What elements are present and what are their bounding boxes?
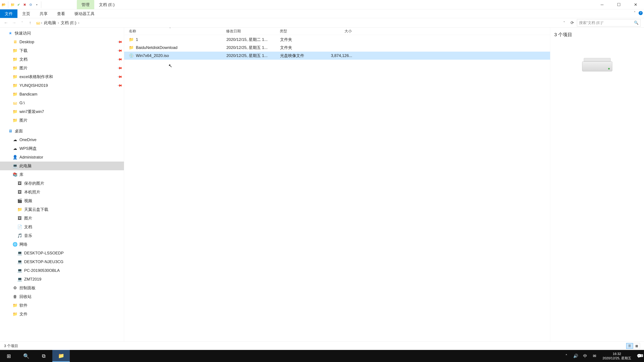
search-icon[interactable]: 🔍 (634, 21, 638, 25)
tree-item[interactable]: 🖴G:\ (0, 98, 124, 107)
volume-icon[interactable]: 🔊 (571, 354, 580, 358)
recent-dropdown-icon[interactable]: ˅ (19, 19, 26, 26)
tree-item[interactable]: 📁Bandicam (0, 90, 124, 98)
tree-item[interactable]: 💻DESKTOP-NJEU3CG (0, 257, 124, 266)
tree-label: win7重装win7 (20, 109, 44, 114)
tree-item[interactable]: 💻PC-20190530OBLA (0, 266, 124, 275)
tree-item[interactable]: 📁下载📌 (0, 46, 124, 55)
up-button[interactable]: ↑ (27, 19, 34, 26)
folder-icon: 📁 (13, 312, 18, 317)
tree-item[interactable]: 👤Administrator (0, 153, 124, 162)
tree-item[interactable]: 💻DESKTOP-LSSOEDP (0, 249, 124, 257)
tree-label: 网络 (20, 242, 28, 247)
file-row[interactable]: 📁BaiduNetdiskDownload2020/12/25, 星期五 1..… (124, 43, 550, 52)
tree-item[interactable]: 📁天翼云盘下载 (0, 205, 124, 214)
file-date: 2020/12/15, 星期二 1... (226, 37, 280, 42)
ribbon-tab-file[interactable]: 文件 (0, 9, 18, 18)
tray-overflow-icon[interactable]: ˄ (562, 354, 571, 358)
file-row[interactable]: 💿Win7x64_2020.iso2020/12/25, 星期五 1...光盘映… (124, 52, 550, 60)
notification-center-button[interactable]: 💬3 (634, 354, 644, 358)
tree-item[interactable]: 📄文档 (0, 223, 124, 231)
tree-label: WPS网盘 (20, 146, 37, 151)
tree-item[interactable]: ☁WPS网盘 (0, 144, 124, 153)
tree-item[interactable]: 📚库 (0, 170, 124, 179)
tree-item[interactable]: 📁excel表格制作求和📌 (0, 72, 124, 81)
pic-icon: 🖼 (18, 181, 22, 186)
ribbon-collapse-icon[interactable]: ˄ (634, 11, 636, 15)
folder-icon: 📁 (129, 37, 134, 42)
chevron-right-icon[interactable]: › (40, 20, 42, 25)
tree-item[interactable]: ⚙控制面板 (0, 284, 124, 292)
tree-item[interactable]: 🎬视频 (0, 196, 124, 205)
tree-item[interactable]: 🌐网络 (0, 240, 124, 249)
tree-item[interactable]: ☁OneDrive (0, 135, 124, 144)
tree-label: DESKTOP-NJEU3CG (24, 259, 64, 264)
search-button[interactable]: 🔍 (18, 350, 35, 362)
properties-icon[interactable]: ⚙ (28, 2, 33, 7)
tree-item[interactable]: 📁图片📌 (0, 64, 124, 72)
ribbon-tab-share[interactable]: 共享 (35, 9, 52, 18)
column-header-name[interactable]: 名称 (129, 29, 226, 34)
check-icon[interactable]: ✔ (16, 2, 21, 7)
icons-view-button[interactable]: ▦ (633, 343, 640, 349)
tree-desktop-root[interactable]: 🖥 桌面 (0, 127, 124, 135)
folder-icon: 📁 (13, 66, 18, 70)
file-size: 3,874,126... (325, 53, 352, 58)
crumb-this-pc[interactable]: 此电脑 (43, 20, 57, 25)
details-view-button[interactable]: ☰ (626, 343, 633, 349)
app-icon: 📂 (1, 2, 6, 7)
tree-item[interactable]: 🖼本机照片 (0, 188, 124, 196)
mail-icon[interactable]: ✉ (590, 354, 599, 358)
tree-item[interactable]: 🎵音乐 (0, 231, 124, 240)
ime-indicator[interactable]: 中 (580, 353, 590, 359)
help-button[interactable]: ? (637, 10, 644, 16)
address-bar: ← → ˅ ↑ 🖴 › 此电脑 › 文档 (E:) › ˅ ⟳ 搜索"文档 (E… (0, 18, 644, 27)
close-x-icon[interactable]: ✖ (22, 2, 27, 7)
close-button[interactable]: ✕ (627, 0, 644, 9)
music-icon: 🎵 (18, 233, 22, 238)
taskbar-explorer[interactable]: 📁 (52, 350, 70, 362)
navigation-tree[interactable]: ★ 快速访问 🖥Desktop📌📁下载📌📁文档📌📁图片📌📁excel表格制作求和… (0, 27, 124, 342)
column-header-type[interactable]: 类型 (280, 29, 325, 34)
monitor-icon: 💻 (18, 251, 22, 255)
tree-item[interactable]: 📁win7重装win7 (0, 107, 124, 116)
taskbar-clock[interactable]: 16:32 2020/12/25, 星期五 (599, 352, 634, 360)
file-date: 2020/12/25, 星期五 1... (226, 53, 280, 58)
address-dropdown-icon[interactable]: ˅ (561, 21, 568, 25)
cp-icon: ⚙ (13, 286, 18, 290)
task-view-button[interactable]: ⧉ (35, 350, 52, 362)
tree-quick-access[interactable]: ★ 快速访问 (0, 29, 124, 37)
file-row[interactable]: 📁12020/12/15, 星期二 1...文件夹 (124, 35, 550, 43)
ribbon-tab-drive-tools[interactable]: 驱动器工具 (70, 9, 99, 18)
refresh-button[interactable]: ⟳ (569, 20, 576, 25)
folder-icon[interactable]: 📁 (10, 2, 15, 7)
crumb-drive-e[interactable]: 文档 (E:) (60, 20, 77, 25)
pin-icon: 📌 (117, 48, 123, 54)
tree-item[interactable]: 📁图片 (0, 116, 124, 125)
back-button[interactable]: ← (3, 19, 10, 26)
tree-item[interactable]: 🖥Desktop📌 (0, 37, 124, 46)
tree-item[interactable]: 🖼图片 (0, 214, 124, 223)
start-button[interactable]: ⊞ (0, 350, 18, 362)
dropdown-icon[interactable]: ▾ (34, 2, 39, 7)
chevron-right-icon[interactable]: › (57, 20, 59, 25)
tree-item[interactable]: 📁YUNQISHI2019📌 (0, 81, 124, 90)
contextual-tab-manage[interactable]: 管理 (77, 0, 94, 9)
tree-item[interactable]: 📁文档📌 (0, 55, 124, 64)
search-input[interactable]: 搜索"文档 (E:)" 🔍 (577, 19, 641, 26)
breadcrumb[interactable]: 🖴 › 此电脑 › 文档 (E:) › (35, 19, 560, 26)
chevron-right-icon[interactable]: › (78, 20, 80, 25)
tree-item[interactable]: 💻此电脑 (0, 162, 124, 170)
column-header-size[interactable]: 大小 (325, 29, 352, 34)
forward-button[interactable]: → (11, 19, 18, 26)
maximize-button[interactable]: ☐ (610, 0, 627, 9)
ribbon-tab-view[interactable]: 查看 (52, 9, 70, 18)
tree-item[interactable]: 📁文件 (0, 310, 124, 319)
tree-item[interactable]: 💻ZMT2019 (0, 275, 124, 284)
tree-item[interactable]: 📁软件 (0, 301, 124, 310)
column-header-date[interactable]: 修改日期 (226, 29, 280, 34)
tree-item[interactable]: 🖼保存的图片 (0, 179, 124, 188)
minimize-button[interactable]: ─ (594, 0, 610, 9)
ribbon-tab-home[interactable]: 主页 (18, 9, 35, 18)
tree-item[interactable]: 🗑回收站 (0, 292, 124, 301)
